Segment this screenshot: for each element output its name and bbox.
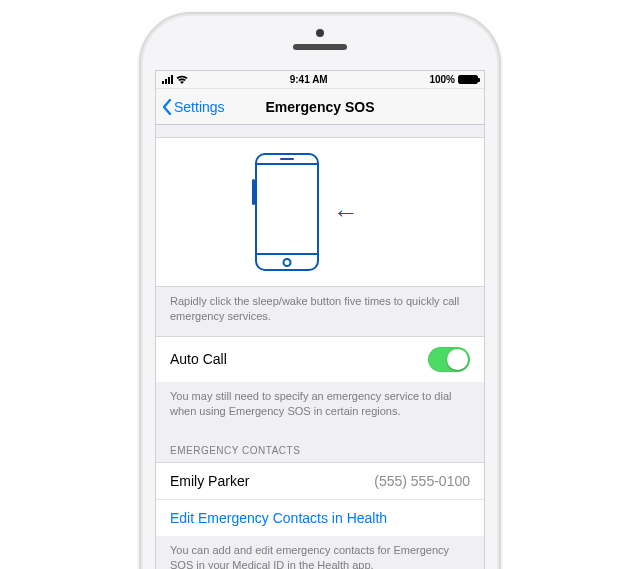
contacts-footer: You can add and edit emergency contacts …: [156, 536, 484, 569]
back-button[interactable]: Settings: [162, 89, 225, 124]
auto-call-toggle[interactable]: [428, 347, 470, 372]
phone-outline-icon: [255, 153, 319, 271]
arrow-left-icon: ←: [333, 199, 359, 225]
contacts-footer-text: You can add and edit emergency contacts …: [170, 544, 449, 569]
auto-call-label: Auto Call: [170, 351, 227, 367]
edit-contacts-label: Edit Emergency Contacts in Health: [170, 510, 387, 526]
contact-number: (555) 555-0100: [374, 473, 470, 489]
auto-call-footer: You may still need to specify an emergen…: [156, 382, 484, 431]
front-camera: [316, 29, 324, 37]
back-label: Settings: [174, 99, 225, 115]
phone-frame: 9:41 AM 100% Settings Emergency SOS: [139, 12, 501, 569]
screen: 9:41 AM 100% Settings Emergency SOS: [155, 70, 485, 569]
page-title: Emergency SOS: [266, 99, 375, 115]
cellular-signal-icon: [162, 75, 173, 84]
chevron-left-icon: [162, 99, 172, 115]
auto-call-row[interactable]: Auto Call: [156, 336, 484, 383]
instruction-text: Rapidly click the sleep/wake button five…: [156, 287, 484, 336]
edit-contacts-row[interactable]: Edit Emergency Contacts in Health: [156, 499, 484, 537]
instruction-illustration: ←: [156, 137, 484, 287]
status-bar: 9:41 AM 100%: [156, 71, 484, 89]
contact-name: Emily Parker: [170, 473, 249, 489]
contact-row[interactable]: Emily Parker (555) 555-0100: [156, 462, 484, 500]
earpiece-speaker: [293, 44, 347, 50]
emergency-contacts-header: EMERGENCY CONTACTS: [156, 431, 484, 462]
navigation-bar: Settings Emergency SOS: [156, 89, 484, 125]
battery-percentage: 100%: [429, 74, 455, 85]
battery-icon: [458, 75, 478, 84]
status-time: 9:41 AM: [290, 74, 328, 85]
wifi-icon: [176, 75, 188, 84]
